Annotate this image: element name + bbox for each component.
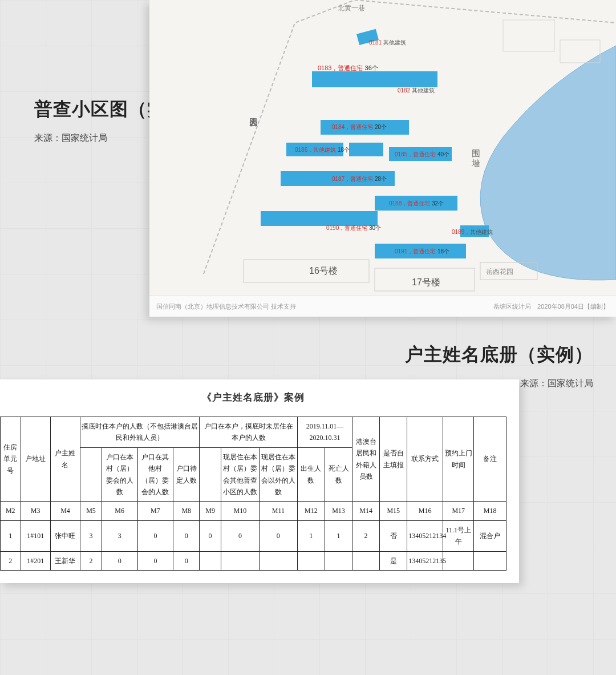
code-M15: M15 xyxy=(380,502,407,520)
census-map: 人民公园 围 墙 北黄一巷 0181 其他建筑 0183，普通住宅 36个 01… xyxy=(149,0,616,296)
cell: 1#201 xyxy=(21,551,50,570)
lbl-0188: 0188，普通住宅 32个 xyxy=(389,200,444,207)
cell: 11.1号上午 xyxy=(443,520,474,551)
col-pending: 户口待定人数 xyxy=(173,447,200,502)
code-M5: M5 xyxy=(80,502,102,520)
cell: 0 xyxy=(137,520,173,551)
lbl-0185: 0185，普通住宅 40个 xyxy=(395,151,449,157)
col-death: 死亡人数 xyxy=(325,447,352,502)
col-other: 户口在其他村（居）委会的人数 xyxy=(137,447,173,502)
code-M12: M12 xyxy=(297,502,325,520)
cell: 1 xyxy=(297,520,325,551)
b16-label: 16号楼 xyxy=(309,266,338,276)
col-appoint: 预约上门时间 xyxy=(443,417,474,502)
code-M8: M8 xyxy=(173,502,200,520)
code-M16: M16 xyxy=(407,502,443,520)
wall-label: 围 墙 xyxy=(472,143,481,167)
lbl-0181: 0181 其他建筑 xyxy=(369,39,406,46)
col-group2: 户口在本户，摸底时未居住在本户的人数 xyxy=(200,417,298,448)
code-M4: M4 xyxy=(50,502,80,520)
bldg-0186b xyxy=(349,143,383,156)
lbl-0183: 0183，普通住宅 36个 xyxy=(318,64,378,71)
code-M10: M10 xyxy=(221,502,259,520)
code-M17: M17 xyxy=(443,502,474,520)
cell: 张中旺 xyxy=(50,520,80,551)
cell: 是 xyxy=(380,551,407,570)
cell xyxy=(297,551,325,570)
cell: 0 xyxy=(221,520,259,551)
code-M6: M6 xyxy=(102,502,137,520)
map-area: 人民公园 围 墙 北黄一巷 0181 其他建筑 0183，普通住宅 36个 01… xyxy=(149,0,616,296)
cell: 1 xyxy=(1,520,21,551)
cell xyxy=(221,551,259,570)
cell: 2 xyxy=(352,520,380,551)
lbl-0186: 0186，其他建筑 18个 xyxy=(295,147,350,153)
form-card: 《户主姓名底册》案例 住房单元号 户地址 户主姓名 摸底时住本户的人数（不包括港… xyxy=(0,379,519,583)
col-live-other-zone: 现居住在本村（居）委会其他普查小区的人数 xyxy=(221,447,259,502)
code-M13: M13 xyxy=(325,502,352,520)
cell: 王新华 xyxy=(50,551,80,570)
col-hh-name: 户主姓名 xyxy=(50,417,80,502)
col-contact: 联系方式 xyxy=(407,417,443,502)
col-subtotal2 xyxy=(200,447,221,502)
lbl-0191: 0191，普通住宅 18个 xyxy=(395,248,449,254)
lbl-0187: 0187，普通住宅 28个 xyxy=(332,176,387,182)
cell: 0 xyxy=(137,551,173,570)
table-body: 1 1#101 张中旺 3 3 0 0 0 0 0 1 1 2 否 134052… xyxy=(1,520,506,570)
lbl-0190: 0190，普通住宅 30个 xyxy=(326,225,381,231)
lbl-0189: 0189，其他建筑 xyxy=(452,229,493,235)
col-local: 户口在本村（居）委会的人数 xyxy=(102,447,137,502)
cell: 2 xyxy=(1,551,21,570)
table-header-row1: 住房单元号 户地址 户主姓名 摸底时住本户的人数（不包括港澳台居民和外籍人员） … xyxy=(1,417,506,448)
cell: 否 xyxy=(380,520,407,551)
form-doc-title: 《户主姓名底册》案例 xyxy=(0,391,506,404)
cell: 2 xyxy=(80,551,102,570)
misc-outline-1 xyxy=(503,20,554,51)
col-foreign: 港澳台居民和外籍人员数 xyxy=(352,417,380,502)
cell xyxy=(352,551,380,570)
garden-label: 岳西花园 xyxy=(486,268,513,276)
cell: 0 xyxy=(173,520,200,551)
col-subtotal1 xyxy=(80,447,102,502)
lbl-0182: 0182 其他建筑 xyxy=(398,87,435,94)
code-M11: M11 xyxy=(259,502,297,520)
park-label: 人民公园 xyxy=(250,118,258,127)
cell xyxy=(200,551,221,570)
river-shape xyxy=(480,46,616,280)
cell: 1#101 xyxy=(21,520,50,551)
cell xyxy=(325,551,352,570)
bldg16-outline xyxy=(244,260,369,282)
cell: 13405212134 xyxy=(407,520,443,551)
col-group3: 2019.11.01—2020.10.31 xyxy=(297,417,352,448)
map-footer-right: 岳塘区统计局 2020年08月04日【编制】 xyxy=(493,302,609,311)
table-row: 2 1#201 王新华 2 0 0 0 是 13405212135 xyxy=(1,551,506,570)
section2-title: 户主姓名底册（实例） xyxy=(405,342,593,367)
code-M7: M7 xyxy=(137,502,173,520)
code-M2: M2 xyxy=(1,502,21,520)
cell: 0 xyxy=(102,551,137,570)
cell: 0 xyxy=(200,520,221,551)
code-M18: M18 xyxy=(474,502,506,520)
map-card: 人民公园 围 墙 北黄一巷 0181 其他建筑 0183，普通住宅 36个 01… xyxy=(149,0,616,317)
cell: 0 xyxy=(259,520,297,551)
cell: 13405212135 xyxy=(407,551,443,570)
road-top-label: 北黄一巷 xyxy=(338,4,365,12)
col-unit-no: 住房单元号 xyxy=(1,417,21,502)
bldg-0183 xyxy=(312,71,437,87)
table-code-row: M2 M3 M4 M5 M6 M7 M8 M9 M10 M11 M12 M13 … xyxy=(1,502,506,520)
code-M14: M14 xyxy=(352,502,380,520)
code-M9: M9 xyxy=(200,502,221,520)
household-table: 住房单元号 户地址 户主姓名 摸底时住本户的人数（不包括港澳台居民和外籍人员） … xyxy=(0,417,506,571)
lbl-0184: 0184，普通住宅 20个 xyxy=(332,124,387,130)
cell xyxy=(259,551,297,570)
col-live-outside: 现居住在本村（居）委会以外的人数 xyxy=(259,447,297,502)
cell: 0 xyxy=(173,551,200,570)
cell xyxy=(443,551,474,570)
table-row: 1 1#101 张中旺 3 3 0 0 0 0 0 1 1 2 否 134052… xyxy=(1,520,506,551)
code-M3: M3 xyxy=(21,502,50,520)
col-selfreport: 是否自主填报 xyxy=(380,417,407,502)
cell: 3 xyxy=(102,520,137,551)
cell xyxy=(474,551,506,570)
col-birth: 出生人数 xyxy=(297,447,325,502)
map-footer: 国信同南（北京）地理信息技术有限公司 技术支持 岳塘区统计局 2020年08月0… xyxy=(149,296,616,317)
